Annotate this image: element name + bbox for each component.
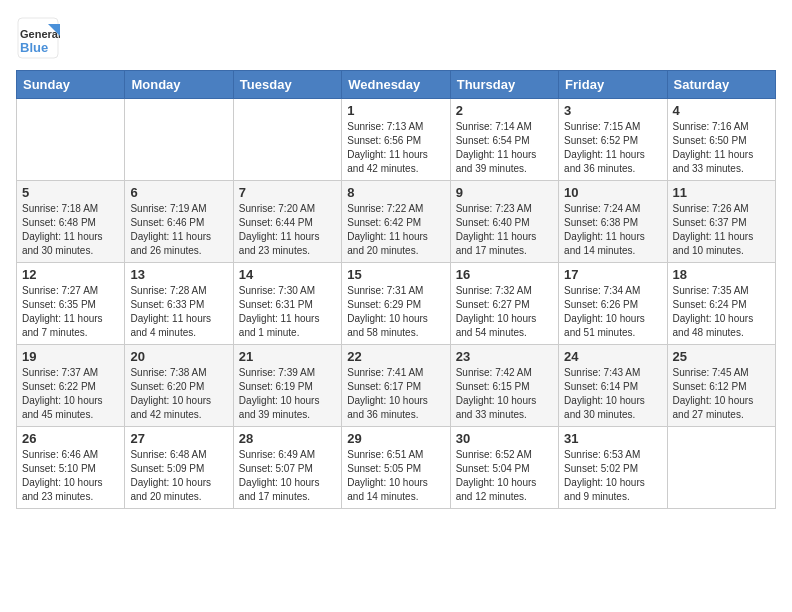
calendar-cell: 27Sunrise: 6:48 AM Sunset: 5:09 PM Dayli… xyxy=(125,427,233,509)
day-number: 13 xyxy=(130,267,227,282)
week-row-3: 12Sunrise: 7:27 AM Sunset: 6:35 PM Dayli… xyxy=(17,263,776,345)
header: General Blue xyxy=(16,16,776,60)
day-info: Sunrise: 6:51 AM Sunset: 5:05 PM Dayligh… xyxy=(347,448,444,504)
day-number: 17 xyxy=(564,267,661,282)
day-number: 27 xyxy=(130,431,227,446)
calendar-cell: 26Sunrise: 6:46 AM Sunset: 5:10 PM Dayli… xyxy=(17,427,125,509)
day-info: Sunrise: 6:46 AM Sunset: 5:10 PM Dayligh… xyxy=(22,448,119,504)
week-row-1: 1Sunrise: 7:13 AM Sunset: 6:56 PM Daylig… xyxy=(17,99,776,181)
dow-header-monday: Monday xyxy=(125,71,233,99)
calendar-cell: 9Sunrise: 7:23 AM Sunset: 6:40 PM Daylig… xyxy=(450,181,558,263)
day-info: Sunrise: 7:16 AM Sunset: 6:50 PM Dayligh… xyxy=(673,120,770,176)
day-info: Sunrise: 7:42 AM Sunset: 6:15 PM Dayligh… xyxy=(456,366,553,422)
day-number: 16 xyxy=(456,267,553,282)
calendar-cell: 24Sunrise: 7:43 AM Sunset: 6:14 PM Dayli… xyxy=(559,345,667,427)
calendar-cell: 8Sunrise: 7:22 AM Sunset: 6:42 PM Daylig… xyxy=(342,181,450,263)
day-number: 1 xyxy=(347,103,444,118)
calendar-cell: 2Sunrise: 7:14 AM Sunset: 6:54 PM Daylig… xyxy=(450,99,558,181)
day-info: Sunrise: 7:38 AM Sunset: 6:20 PM Dayligh… xyxy=(130,366,227,422)
day-info: Sunrise: 7:23 AM Sunset: 6:40 PM Dayligh… xyxy=(456,202,553,258)
dow-header-wednesday: Wednesday xyxy=(342,71,450,99)
day-number: 23 xyxy=(456,349,553,364)
day-info: Sunrise: 7:28 AM Sunset: 6:33 PM Dayligh… xyxy=(130,284,227,340)
calendar-cell: 23Sunrise: 7:42 AM Sunset: 6:15 PM Dayli… xyxy=(450,345,558,427)
day-info: Sunrise: 7:35 AM Sunset: 6:24 PM Dayligh… xyxy=(673,284,770,340)
day-info: Sunrise: 7:43 AM Sunset: 6:14 PM Dayligh… xyxy=(564,366,661,422)
day-number: 19 xyxy=(22,349,119,364)
day-info: Sunrise: 7:39 AM Sunset: 6:19 PM Dayligh… xyxy=(239,366,336,422)
dow-header-sunday: Sunday xyxy=(17,71,125,99)
day-info: Sunrise: 6:49 AM Sunset: 5:07 PM Dayligh… xyxy=(239,448,336,504)
calendar-cell xyxy=(667,427,775,509)
calendar-cell: 5Sunrise: 7:18 AM Sunset: 6:48 PM Daylig… xyxy=(17,181,125,263)
day-number: 5 xyxy=(22,185,119,200)
day-number: 6 xyxy=(130,185,227,200)
calendar-cell: 28Sunrise: 6:49 AM Sunset: 5:07 PM Dayli… xyxy=(233,427,341,509)
day-info: Sunrise: 7:27 AM Sunset: 6:35 PM Dayligh… xyxy=(22,284,119,340)
day-info: Sunrise: 7:31 AM Sunset: 6:29 PM Dayligh… xyxy=(347,284,444,340)
calendar-cell: 15Sunrise: 7:31 AM Sunset: 6:29 PM Dayli… xyxy=(342,263,450,345)
dow-header-friday: Friday xyxy=(559,71,667,99)
day-info: Sunrise: 6:48 AM Sunset: 5:09 PM Dayligh… xyxy=(130,448,227,504)
day-info: Sunrise: 7:20 AM Sunset: 6:44 PM Dayligh… xyxy=(239,202,336,258)
dow-header-thursday: Thursday xyxy=(450,71,558,99)
dow-header-saturday: Saturday xyxy=(667,71,775,99)
day-number: 12 xyxy=(22,267,119,282)
week-row-5: 26Sunrise: 6:46 AM Sunset: 5:10 PM Dayli… xyxy=(17,427,776,509)
calendar-cell: 12Sunrise: 7:27 AM Sunset: 6:35 PM Dayli… xyxy=(17,263,125,345)
day-number: 3 xyxy=(564,103,661,118)
dow-header-tuesday: Tuesday xyxy=(233,71,341,99)
calendar-cell: 30Sunrise: 6:52 AM Sunset: 5:04 PM Dayli… xyxy=(450,427,558,509)
day-number: 8 xyxy=(347,185,444,200)
day-number: 9 xyxy=(456,185,553,200)
day-info: Sunrise: 6:53 AM Sunset: 5:02 PM Dayligh… xyxy=(564,448,661,504)
day-number: 25 xyxy=(673,349,770,364)
calendar-cell: 16Sunrise: 7:32 AM Sunset: 6:27 PM Dayli… xyxy=(450,263,558,345)
day-info: Sunrise: 6:52 AM Sunset: 5:04 PM Dayligh… xyxy=(456,448,553,504)
day-number: 28 xyxy=(239,431,336,446)
day-info: Sunrise: 7:45 AM Sunset: 6:12 PM Dayligh… xyxy=(673,366,770,422)
day-number: 11 xyxy=(673,185,770,200)
calendar-cell: 14Sunrise: 7:30 AM Sunset: 6:31 PM Dayli… xyxy=(233,263,341,345)
day-number: 18 xyxy=(673,267,770,282)
calendar-cell: 3Sunrise: 7:15 AM Sunset: 6:52 PM Daylig… xyxy=(559,99,667,181)
week-row-4: 19Sunrise: 7:37 AM Sunset: 6:22 PM Dayli… xyxy=(17,345,776,427)
day-info: Sunrise: 7:34 AM Sunset: 6:26 PM Dayligh… xyxy=(564,284,661,340)
day-info: Sunrise: 7:13 AM Sunset: 6:56 PM Dayligh… xyxy=(347,120,444,176)
day-number: 30 xyxy=(456,431,553,446)
logo: General Blue xyxy=(16,16,60,60)
day-number: 10 xyxy=(564,185,661,200)
calendar-cell: 13Sunrise: 7:28 AM Sunset: 6:33 PM Dayli… xyxy=(125,263,233,345)
calendar-cell: 20Sunrise: 7:38 AM Sunset: 6:20 PM Dayli… xyxy=(125,345,233,427)
svg-text:Blue: Blue xyxy=(20,40,48,55)
day-number: 22 xyxy=(347,349,444,364)
calendar-cell: 1Sunrise: 7:13 AM Sunset: 6:56 PM Daylig… xyxy=(342,99,450,181)
calendar-cell: 22Sunrise: 7:41 AM Sunset: 6:17 PM Dayli… xyxy=(342,345,450,427)
day-info: Sunrise: 7:22 AM Sunset: 6:42 PM Dayligh… xyxy=(347,202,444,258)
day-info: Sunrise: 7:24 AM Sunset: 6:38 PM Dayligh… xyxy=(564,202,661,258)
day-number: 21 xyxy=(239,349,336,364)
day-number: 4 xyxy=(673,103,770,118)
day-number: 20 xyxy=(130,349,227,364)
day-number: 24 xyxy=(564,349,661,364)
calendar-cell: 10Sunrise: 7:24 AM Sunset: 6:38 PM Dayli… xyxy=(559,181,667,263)
day-number: 2 xyxy=(456,103,553,118)
calendar: SundayMondayTuesdayWednesdayThursdayFrid… xyxy=(16,70,776,509)
calendar-cell: 29Sunrise: 6:51 AM Sunset: 5:05 PM Dayli… xyxy=(342,427,450,509)
calendar-cell: 7Sunrise: 7:20 AM Sunset: 6:44 PM Daylig… xyxy=(233,181,341,263)
calendar-cell: 11Sunrise: 7:26 AM Sunset: 6:37 PM Dayli… xyxy=(667,181,775,263)
calendar-cell: 17Sunrise: 7:34 AM Sunset: 6:26 PM Dayli… xyxy=(559,263,667,345)
calendar-cell: 4Sunrise: 7:16 AM Sunset: 6:50 PM Daylig… xyxy=(667,99,775,181)
day-info: Sunrise: 7:37 AM Sunset: 6:22 PM Dayligh… xyxy=(22,366,119,422)
calendar-cell xyxy=(17,99,125,181)
day-number: 31 xyxy=(564,431,661,446)
calendar-cell: 25Sunrise: 7:45 AM Sunset: 6:12 PM Dayli… xyxy=(667,345,775,427)
day-info: Sunrise: 7:15 AM Sunset: 6:52 PM Dayligh… xyxy=(564,120,661,176)
day-number: 26 xyxy=(22,431,119,446)
week-row-2: 5Sunrise: 7:18 AM Sunset: 6:48 PM Daylig… xyxy=(17,181,776,263)
calendar-cell: 6Sunrise: 7:19 AM Sunset: 6:46 PM Daylig… xyxy=(125,181,233,263)
days-of-week-row: SundayMondayTuesdayWednesdayThursdayFrid… xyxy=(17,71,776,99)
day-info: Sunrise: 7:32 AM Sunset: 6:27 PM Dayligh… xyxy=(456,284,553,340)
day-info: Sunrise: 7:30 AM Sunset: 6:31 PM Dayligh… xyxy=(239,284,336,340)
calendar-cell xyxy=(233,99,341,181)
